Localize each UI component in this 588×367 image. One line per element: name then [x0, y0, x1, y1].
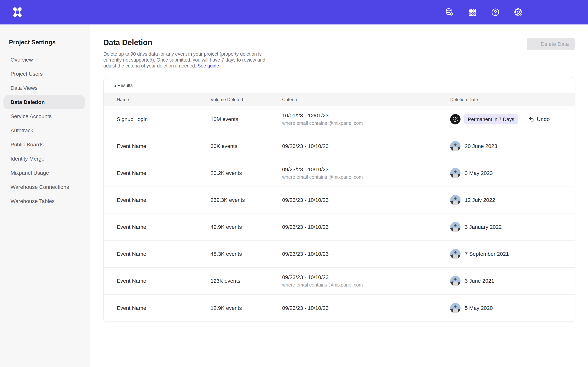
- criteria-range: 09/23/23 - 10/10/23: [282, 197, 450, 203]
- page-description: Delete up to 90 days data for any event …: [103, 51, 276, 69]
- sidebar-item-data-deletion[interactable]: Data Deletion: [3, 95, 85, 109]
- settings-gear-icon[interactable]: [514, 8, 523, 17]
- cell-name: Event Name: [117, 224, 211, 230]
- user-avatar: [450, 249, 460, 259]
- deletion-cell: 3 May 2023: [450, 168, 562, 178]
- help-icon[interactable]: [491, 8, 500, 17]
- pending-deletion: Permanent in 7 Days Undo: [460, 114, 550, 125]
- cell-criteria: 09/23/23 - 10/10/23: [282, 224, 450, 230]
- cell-name: Event Name: [117, 251, 211, 257]
- sidebar-title: Project Settings: [9, 39, 90, 46]
- cell-criteria: 09/23/23 - 10/10/23: [282, 305, 450, 311]
- apps-grid-icon[interactable]: [468, 8, 477, 17]
- delete-data-button[interactable]: + Delete Data: [527, 38, 575, 50]
- table-row: Signup_login 10M events 10/01/23 - 12/01…: [104, 106, 575, 133]
- deletion-date: 12 July 2022: [465, 197, 495, 203]
- page-header: Data Deletion Delete up to 90 days data …: [103, 38, 575, 69]
- sidebar-item-service-accounts[interactable]: Service Accounts: [3, 109, 85, 124]
- criteria-range: 10/01/23 - 12/01/23: [282, 113, 450, 119]
- user-avatar: [450, 276, 460, 286]
- column-header-volume-deleted: Volume Deleted: [211, 97, 282, 102]
- cell-criteria: 09/23/23 - 10/10/23: [282, 143, 450, 149]
- cell-name: Event Name: [117, 197, 211, 203]
- table-header: NameVolume DeletedCriteriaDeletion Date: [104, 93, 575, 106]
- topbar: [0, 0, 588, 25]
- cell-criteria: 10/01/23 - 12/01/23 where email contains…: [282, 113, 450, 126]
- page-title: Data Deletion: [103, 38, 276, 47]
- mixpanel-logo[interactable]: [12, 7, 23, 18]
- criteria-range: 09/23/23 - 10/10/23: [282, 305, 450, 311]
- plus-icon: +: [533, 40, 537, 47]
- table-row: Event Name 48.3K events 09/23/23 - 10/10…: [104, 241, 575, 267]
- criteria-filter: where email contains @mixpanel.com: [282, 120, 450, 126]
- delete-data-label: Delete Data: [541, 41, 569, 47]
- sidebar-item-identity-merge[interactable]: Identity Merge: [3, 152, 85, 166]
- sidebar-item-mixpanel-usage[interactable]: Mixpanel Usage: [3, 166, 85, 180]
- cell-volume: 239.3K events: [211, 197, 282, 203]
- cell-name: Event Name: [117, 170, 211, 176]
- table-row: Event Name 239.3K events 09/23/23 - 10/1…: [104, 187, 575, 214]
- undo-label: Undo: [537, 116, 550, 122]
- deletion-cell: 5 May 2020: [450, 303, 562, 313]
- deletion-date: 3 May 2023: [465, 170, 493, 176]
- deletion-date: 7 September 2021: [465, 251, 509, 257]
- data-management-icon[interactable]: [445, 8, 454, 17]
- deletion-date: 3 January 2022: [465, 224, 502, 230]
- cell-criteria: 09/23/23 - 10/10/23 where email contains…: [282, 167, 450, 180]
- user-avatar: [450, 222, 460, 232]
- sidebar-item-autotrack[interactable]: Autotrack: [3, 124, 85, 138]
- table-row: Event Name 49.9K events 09/23/23 - 10/10…: [104, 214, 575, 241]
- deletion-cell: 7 September 2021: [450, 249, 562, 259]
- cell-criteria: 09/23/23 - 10/10/23: [282, 197, 450, 203]
- sidebar: Project Settings OverviewProject UsersDa…: [0, 25, 90, 367]
- cell-volume: 49.9K events: [211, 224, 282, 230]
- cell-name: Signup_login: [117, 116, 211, 122]
- undo-button[interactable]: Undo: [528, 116, 550, 122]
- table-row: Event Name 123K events 09/23/23 - 10/10/…: [104, 267, 575, 295]
- user-avatar: [450, 303, 460, 313]
- cell-name: Event Name: [117, 278, 211, 284]
- user-avatar: [450, 114, 460, 125]
- column-header-name: Name: [117, 97, 211, 102]
- description-text: Delete up to 90 days data for any event …: [103, 51, 265, 68]
- cell-volume: 30K events: [211, 143, 282, 149]
- deletion-date: 20 June 2023: [465, 143, 497, 149]
- criteria-range: 09/23/23 - 10/10/23: [282, 251, 450, 257]
- user-avatar: [450, 168, 460, 178]
- criteria-filter: where email contains @mixpanel.com: [282, 174, 450, 180]
- see-guide-link[interactable]: See guide: [198, 63, 219, 68]
- sidebar-item-overview[interactable]: Overview: [3, 53, 85, 67]
- status-badge: Permanent in 7 Days: [464, 114, 518, 125]
- cell-volume: 20.2K events: [211, 170, 282, 176]
- cell-criteria: 09/23/23 - 10/10/23 where email contains…: [282, 274, 450, 288]
- sidebar-item-data-views[interactable]: Data Views: [3, 81, 85, 95]
- deletion-date: 5 May 2020: [465, 305, 493, 311]
- cell-volume: 123K events: [211, 278, 282, 284]
- criteria-range: 09/23/23 - 10/10/23: [282, 167, 450, 173]
- results-count: 5 Results: [113, 83, 133, 88]
- main-content: Data Deletion Delete up to 90 days data …: [90, 25, 588, 367]
- cell-volume: 48.3K events: [211, 251, 282, 257]
- column-header-criteria: Criteria: [282, 97, 450, 102]
- table-body: Signup_login 10M events 10/01/23 - 12/01…: [104, 106, 575, 322]
- table-row: Event Name 20.2K events 09/23/23 - 10/10…: [104, 160, 575, 187]
- cell-name: Event Name: [117, 143, 211, 149]
- column-header-deletion-date: Deletion Date: [450, 97, 562, 102]
- sidebar-nav: OverviewProject UsersData ViewsData Dele…: [0, 53, 90, 208]
- user-avatar: [450, 141, 460, 151]
- deletion-date: 3 June 2021: [465, 278, 494, 284]
- deletion-table-card: 5 Results NameVolume DeletedCriteriaDele…: [103, 77, 575, 322]
- cell-volume: 12.9K events: [211, 305, 282, 311]
- sidebar-item-warehouse-connections[interactable]: Warehouse Connections: [3, 180, 85, 194]
- sidebar-item-project-users[interactable]: Project Users: [3, 67, 85, 81]
- header-text: Data Deletion Delete up to 90 days data …: [103, 38, 276, 69]
- sidebar-item-public-boards[interactable]: Public Boards: [3, 138, 85, 152]
- cell-volume: 10M events: [211, 116, 282, 122]
- cell-criteria: 09/23/23 - 10/10/23: [282, 251, 450, 257]
- undo-icon: [528, 117, 534, 122]
- criteria-range: 09/23/23 - 10/10/23: [282, 224, 450, 230]
- sidebar-item-warehouse-tables[interactable]: Warehouse Tables: [3, 194, 85, 208]
- deletion-cell: 3 January 2022: [450, 222, 562, 232]
- cell-name: Event Name: [117, 305, 211, 311]
- deletion-cell: 12 July 2022: [450, 195, 562, 205]
